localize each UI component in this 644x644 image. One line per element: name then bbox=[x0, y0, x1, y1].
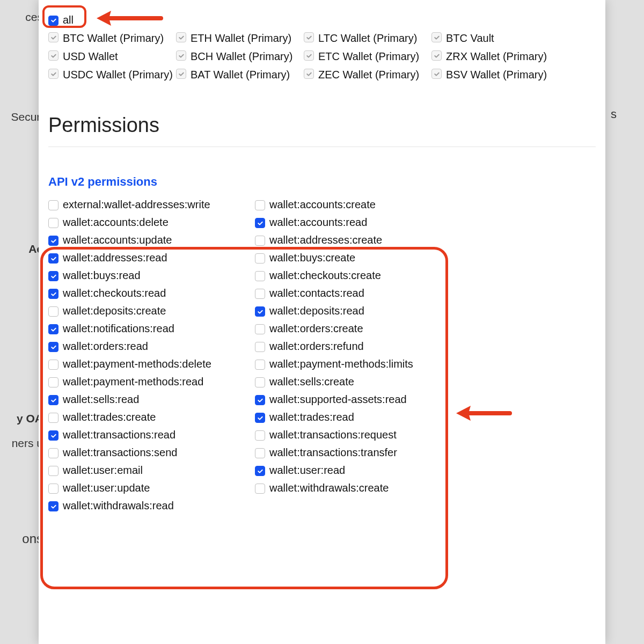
permission-checkbox[interactable] bbox=[255, 271, 265, 281]
permission-checkbox[interactable] bbox=[48, 501, 58, 511]
permission-item: wallet:orders:read bbox=[48, 340, 250, 353]
account-checkbox[interactable] bbox=[431, 69, 442, 79]
account-checkbox[interactable] bbox=[48, 32, 58, 42]
permission-checkbox[interactable] bbox=[255, 200, 265, 210]
account-checkbox[interactable] bbox=[304, 32, 314, 42]
permission-checkbox[interactable] bbox=[48, 200, 58, 210]
account-label: ETH Wallet (Primary) bbox=[191, 31, 291, 45]
background-left-fragments: ces Securi Ac y OA ners u ons bbox=[0, 0, 43, 644]
account-checkbox[interactable] bbox=[176, 50, 186, 61]
permission-item: external:wallet-addresses:write bbox=[48, 199, 250, 211]
permission-label: wallet:accounts:read bbox=[269, 216, 367, 229]
account-label: USD Wallet bbox=[63, 49, 118, 63]
permission-label: wallet:trades:read bbox=[269, 411, 354, 423]
permission-checkbox[interactable] bbox=[255, 342, 265, 352]
permission-checkbox[interactable] bbox=[255, 324, 265, 334]
checkbox-all-accounts[interactable] bbox=[48, 16, 58, 26]
permission-checkbox[interactable] bbox=[48, 271, 58, 281]
account-label: BSV Wallet (Primary) bbox=[446, 68, 547, 82]
account-checkbox[interactable] bbox=[431, 32, 442, 42]
permission-label: wallet:accounts:update bbox=[63, 234, 172, 246]
permission-label: wallet:sells:create bbox=[269, 376, 354, 388]
account-item: BTC Wallet (Primary) bbox=[48, 29, 176, 47]
divider bbox=[48, 147, 596, 147]
permission-checkbox[interactable] bbox=[48, 430, 58, 441]
permission-checkbox[interactable] bbox=[48, 484, 58, 494]
permission-item: wallet:addresses:create bbox=[255, 234, 456, 246]
permission-item: wallet:accounts:update bbox=[48, 234, 250, 246]
account-label: ZRX Wallet (Primary) bbox=[446, 49, 547, 63]
permission-checkbox[interactable] bbox=[48, 289, 58, 299]
account-checkbox[interactable] bbox=[176, 69, 186, 79]
permission-checkbox[interactable] bbox=[255, 360, 265, 370]
account-checkbox[interactable] bbox=[176, 32, 186, 42]
permission-checkbox[interactable] bbox=[48, 448, 58, 458]
permission-checkbox[interactable] bbox=[48, 324, 58, 334]
accounts-list: all BTC Wallet (Primary)ETH Wallet (Prim… bbox=[48, 12, 596, 84]
permission-checkbox[interactable] bbox=[255, 218, 265, 228]
permission-checkbox[interactable] bbox=[255, 289, 265, 299]
permission-label: wallet:transactions:send bbox=[63, 447, 177, 459]
permission-checkbox[interactable] bbox=[48, 360, 58, 370]
permission-label: wallet:payment-methods:delete bbox=[63, 358, 211, 370]
bg-text: Securi bbox=[0, 107, 43, 127]
account-item: ETC Wallet (Primary) bbox=[304, 47, 431, 65]
permission-checkbox[interactable] bbox=[48, 466, 58, 476]
permission-checkbox[interactable] bbox=[255, 377, 265, 387]
permission-item: wallet:accounts:read bbox=[255, 216, 456, 229]
permission-label: wallet:notifications:read bbox=[63, 323, 174, 335]
permission-checkbox[interactable] bbox=[255, 484, 265, 494]
permission-checkbox[interactable] bbox=[255, 430, 265, 441]
permission-checkbox[interactable] bbox=[48, 413, 58, 423]
permission-label: wallet:user:read bbox=[269, 464, 345, 477]
permission-label: wallet:checkouts:create bbox=[269, 269, 381, 282]
permission-item: wallet:withdrawals:create bbox=[255, 482, 456, 494]
permission-checkbox[interactable] bbox=[255, 413, 265, 423]
account-item: ZRX Wallet (Primary) bbox=[431, 47, 559, 65]
permission-label: external:wallet-addresses:write bbox=[63, 199, 210, 211]
account-checkbox[interactable] bbox=[304, 69, 314, 79]
permission-label: wallet:deposits:read bbox=[269, 305, 364, 317]
account-checkbox[interactable] bbox=[431, 50, 442, 61]
permission-checkbox[interactable] bbox=[48, 377, 58, 387]
permission-checkbox[interactable] bbox=[255, 306, 265, 317]
permission-label: wallet:withdrawals:create bbox=[269, 482, 389, 494]
account-checkbox[interactable] bbox=[304, 50, 314, 61]
permission-label: wallet:user:email bbox=[63, 464, 143, 477]
account-label: LTC Wallet (Primary) bbox=[318, 31, 417, 45]
permission-label: wallet:buys:read bbox=[63, 269, 141, 282]
permission-checkbox[interactable] bbox=[255, 466, 265, 476]
all-accounts-label: all bbox=[63, 13, 74, 27]
permission-checkbox[interactable] bbox=[255, 448, 265, 458]
permission-checkbox[interactable] bbox=[48, 395, 58, 405]
permission-checkbox[interactable] bbox=[255, 236, 265, 246]
permissions-grid: external:wallet-addresses:writewallet:ac… bbox=[48, 199, 456, 512]
account-label: USDC Wallet (Primary) bbox=[63, 68, 173, 82]
bg-text: ons bbox=[0, 528, 43, 550]
permission-checkbox[interactable] bbox=[48, 342, 58, 352]
account-checkbox[interactable] bbox=[48, 50, 58, 61]
account-item: ZEC Wallet (Primary) bbox=[304, 65, 431, 84]
permission-checkbox[interactable] bbox=[48, 306, 58, 317]
permission-checkbox[interactable] bbox=[255, 253, 265, 264]
permission-item: wallet:payment-methods:limits bbox=[255, 358, 456, 370]
permission-label: wallet:addresses:create bbox=[269, 234, 382, 246]
bg-text: Ac bbox=[0, 239, 43, 259]
permission-item: wallet:sells:read bbox=[48, 393, 250, 406]
permission-label: wallet:withdrawals:read bbox=[63, 500, 174, 512]
permission-checkbox[interactable] bbox=[48, 253, 58, 264]
bg-text: ners u bbox=[0, 434, 43, 453]
permission-item: wallet:buys:read bbox=[48, 269, 250, 282]
permission-item: wallet:contacts:read bbox=[255, 287, 456, 299]
account-item: BTC Vault bbox=[431, 29, 559, 47]
permission-label: wallet:payment-methods:read bbox=[63, 376, 203, 388]
account-label: BAT Wallet (Primary) bbox=[191, 68, 290, 82]
account-checkbox[interactable] bbox=[48, 69, 58, 79]
permission-label: wallet:orders:read bbox=[63, 340, 148, 353]
account-label: BTC Wallet (Primary) bbox=[63, 31, 164, 45]
permission-item: wallet:checkouts:create bbox=[255, 269, 456, 282]
permission-checkbox[interactable] bbox=[48, 218, 58, 228]
permission-item: wallet:payment-methods:read bbox=[48, 376, 250, 388]
permission-checkbox[interactable] bbox=[48, 236, 58, 246]
permission-checkbox[interactable] bbox=[255, 395, 265, 405]
